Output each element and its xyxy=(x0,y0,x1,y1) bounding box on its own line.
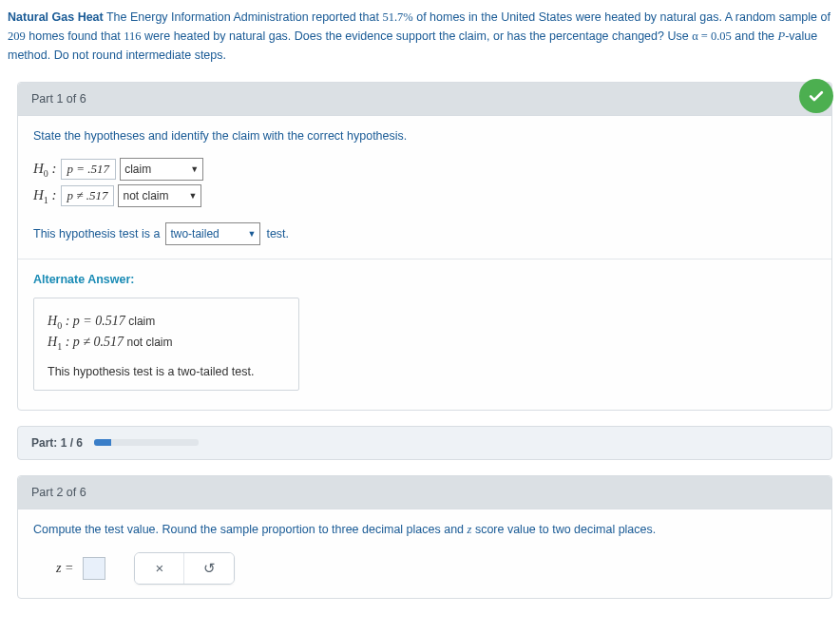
h1-claim-text: not claim xyxy=(123,187,168,204)
problem-statement: Natural Gas Heat The Energy Information … xyxy=(8,8,832,65)
alternate-answer-box: H0 : p = 0.517 claim H1 : p ≠ 0.517 not … xyxy=(33,298,299,391)
problem-alpha: α = 0.05 xyxy=(692,29,732,43)
problem-text-e: and the xyxy=(732,29,778,43)
progress-label: Part: 1 / 6 xyxy=(31,436,83,450)
clear-button[interactable]: × xyxy=(135,553,184,584)
z-label: z = xyxy=(56,561,73,576)
part-2-card: Part 2 of 6 Compute the test value. Roun… xyxy=(17,475,832,599)
progress-track xyxy=(94,439,199,446)
chevron-down-icon: ▼ xyxy=(190,161,199,178)
chevron-down-icon: ▼ xyxy=(247,225,256,242)
part-1-header: Part 1 of 6 xyxy=(18,83,831,116)
tail-select[interactable]: two-tailed ▼ xyxy=(165,222,260,245)
h0-value-input[interactable]: p = .517 xyxy=(61,159,117,180)
part-2-instruction: Compute the test value. Round the sample… xyxy=(33,523,816,537)
alternate-answer-section: Alternate Answer: H0 : p = 0.517 claim H… xyxy=(18,259,831,410)
progress-row: Part: 1 / 6 xyxy=(17,426,832,460)
z-value-input[interactable] xyxy=(83,557,105,580)
tail-value: two-tailed xyxy=(170,225,219,242)
problem-text-c: homes found that xyxy=(26,29,124,43)
h0-claim-select[interactable]: claim ▼ xyxy=(120,158,203,181)
h0-claim-text: claim xyxy=(124,161,151,178)
tail-sentence: This hypothesis test is a two-tailed ▼ t… xyxy=(33,222,816,245)
problem-x: 116 xyxy=(124,29,141,43)
problem-n: 209 xyxy=(8,29,26,43)
alt-h1: H1 : p ≠ 0.517 not claim xyxy=(48,335,285,352)
h0-symbol: H0 : xyxy=(33,161,57,179)
progress-fill xyxy=(94,439,111,446)
h1-line: H1 : p ≠ .517 not claim ▼ xyxy=(33,184,816,207)
reset-icon: ↺ xyxy=(203,560,216,577)
input-button-group: × ↺ xyxy=(134,552,235,585)
alt-h0: H0 : p = 0.517 claim xyxy=(48,314,285,331)
tail-sentence-a: This hypothesis test is a xyxy=(33,227,160,240)
part-1-card: Part 1 of 6 State the hypotheses and ide… xyxy=(17,82,832,411)
h0-line: H0 : p = .517 claim ▼ xyxy=(33,158,816,181)
h1-value-input[interactable]: p ≠ .517 xyxy=(61,185,115,206)
problem-title: Natural Gas Heat xyxy=(8,10,104,24)
z-input-row: z = × ↺ xyxy=(33,552,816,585)
problem-text-a: The Energy Information Administration re… xyxy=(104,10,383,24)
problem-percent: 51.7% xyxy=(382,10,412,24)
reset-button[interactable]: ↺ xyxy=(184,553,234,584)
h1-claim-select[interactable]: not claim ▼ xyxy=(118,184,201,207)
close-icon: × xyxy=(156,560,164,576)
h1-symbol: H1 : xyxy=(33,187,57,205)
alt-sentence: This hypothesis test is a two-tailed tes… xyxy=(48,365,285,378)
problem-pvar: P xyxy=(778,29,786,43)
problem-text-d: were heated by natural gas. Does the evi… xyxy=(142,29,693,43)
correct-check-icon xyxy=(799,79,833,113)
part-2-header: Part 2 of 6 xyxy=(18,476,831,509)
part-1-instruction: State the hypotheses and identify the cl… xyxy=(33,129,816,143)
chevron-down-icon: ▼ xyxy=(189,187,198,204)
problem-text-b: of homes in the United States were heate… xyxy=(413,10,830,24)
tail-sentence-b: test. xyxy=(266,227,289,240)
alternate-answer-title: Alternate Answer: xyxy=(33,273,816,286)
